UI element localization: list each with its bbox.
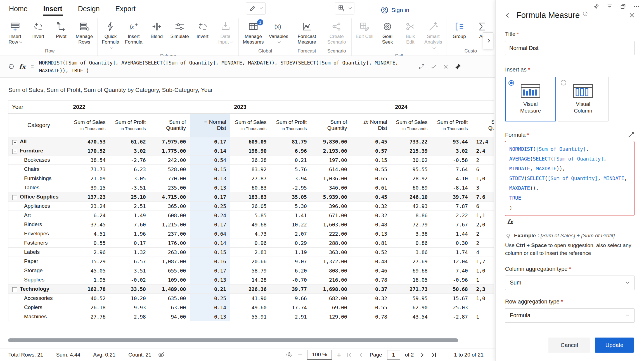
- cell[interactable]: 6.24: [69, 211, 110, 220]
- cell[interactable]: 0.78: [351, 275, 391, 285]
- visual-measure-option[interactable]: Visual Measure: [505, 77, 556, 121]
- variables-button[interactable]: (x) Variables: [267, 19, 290, 47]
- cell[interactable]: 0.14: [190, 238, 230, 248]
- forecast-measure-button[interactable]: Forecast Measure: [293, 19, 320, 47]
- cell[interactable]: 6.96: [271, 146, 311, 156]
- expand-formula-icon[interactable]: [628, 132, 634, 138]
- cell[interactable]: 0.17: [190, 266, 230, 275]
- cell[interactable]: 0.14: [190, 146, 230, 156]
- cell[interactable]: 60.83: [230, 183, 271, 192]
- cell[interactable]: 33.50: [110, 285, 150, 294]
- cell[interactable]: 237.00: [150, 229, 190, 238]
- measure-header[interactable]: Sum of Quantity: [472, 114, 494, 137]
- cell[interactable]: 45.05: [69, 266, 110, 275]
- cell[interactable]: 470.53: [69, 137, 110, 146]
- cell[interactable]: -3.51: [110, 183, 150, 192]
- collapse-icon[interactable]: −: [12, 140, 17, 145]
- cell[interactable]: 770.00: [150, 174, 190, 183]
- filter-icon[interactable]: [607, 3, 613, 9]
- cell[interactable]: 0.25: [190, 202, 230, 211]
- cell[interactable]: 43.54: [391, 312, 432, 321]
- cell[interactable]: -8.14: [432, 183, 472, 192]
- cell[interactable]: 25.10: [110, 192, 150, 202]
- cell[interactable]: 94.00: [150, 312, 190, 321]
- cell[interactable]: 733.22: [391, 137, 432, 146]
- cell[interactable]: 63.00: [150, 303, 190, 312]
- row-label[interactable]: −Furniture: [8, 146, 69, 156]
- cell[interactable]: 58.79: [230, 266, 271, 275]
- zoom-out-button[interactable]: −: [298, 351, 302, 358]
- cell[interactable]: 9.07: [271, 257, 311, 266]
- cell[interactable]: 183.83: [230, 192, 271, 202]
- zoom-level[interactable]: 100 %: [307, 350, 332, 360]
- cell[interactable]: 1: [472, 275, 494, 285]
- cancel-button[interactable]: Cancel: [548, 338, 590, 353]
- cell[interactable]: 23.24: [69, 202, 110, 211]
- more-options-icon[interactable]: [633, 3, 640, 9]
- cell[interactable]: 0.52: [351, 248, 391, 257]
- cell[interactable]: -2.87: [432, 312, 472, 321]
- cell[interactable]: 0.45: [351, 137, 391, 146]
- cell[interactable]: 363.00: [311, 248, 351, 257]
- cell[interactable]: 0.78: [351, 312, 391, 321]
- close-icon[interactable]: [628, 12, 636, 19]
- cell[interactable]: 365.00: [150, 202, 190, 211]
- cell[interactable]: 614.00: [311, 165, 351, 174]
- cell[interactable]: 50.68: [432, 285, 472, 294]
- cell[interactable]: 10.20: [110, 294, 150, 303]
- cell[interactable]: -0.96: [432, 275, 472, 285]
- row-label[interactable]: Binders: [8, 220, 69, 229]
- horizontal-scrollbar[interactable]: [8, 338, 483, 342]
- cell[interactable]: 27.69: [391, 257, 432, 266]
- edit-mode-button[interactable]: [246, 2, 266, 15]
- measure-header[interactable]: Sum of Salesin Thousands: [230, 114, 271, 137]
- cell[interactable]: 2.91: [271, 312, 311, 321]
- invert-row-button[interactable]: Invert: [27, 19, 50, 41]
- cell[interactable]: 288.00: [311, 238, 351, 248]
- cell[interactable]: 198.90: [230, 146, 271, 156]
- cell[interactable]: 95.55: [391, 165, 432, 174]
- ribbon-next-button[interactable]: [483, 32, 493, 49]
- cell[interactable]: [472, 303, 494, 312]
- cell[interactable]: 41.90: [230, 294, 271, 303]
- cell[interactable]: 5,939.00: [311, 192, 351, 202]
- row-label[interactable]: Tables: [8, 183, 69, 192]
- cell[interactable]: 170.52: [69, 146, 110, 156]
- cell[interactable]: 3.02: [432, 146, 472, 156]
- undo-icon[interactable]: [7, 63, 14, 70]
- cell[interactable]: 4.10: [432, 174, 472, 183]
- cell[interactable]: 4,715.00: [150, 192, 190, 202]
- cell[interactable]: 83.92: [230, 165, 271, 174]
- visual-column-option[interactable]: Visual Column: [558, 77, 609, 121]
- cell[interactable]: 1,775.00: [150, 146, 190, 156]
- cell[interactable]: 26.05: [230, 202, 271, 211]
- cell[interactable]: 5.76: [271, 165, 311, 174]
- cell[interactable]: 55.91: [230, 312, 271, 321]
- year-header[interactable]: 2023: [230, 101, 391, 114]
- cell[interactable]: 49.60: [230, 303, 271, 312]
- cell[interactable]: 12.04: [432, 257, 472, 266]
- cell[interactable]: 15.67: [432, 294, 472, 303]
- invert-column-button[interactable]: Invert: [191, 19, 214, 41]
- cell[interactable]: 2.07: [271, 229, 311, 238]
- cell[interactable]: 2.22: [432, 211, 472, 220]
- cell[interactable]: 396.00: [311, 202, 351, 211]
- cell[interactable]: 2: [472, 229, 494, 238]
- row-label[interactable]: −All: [8, 137, 69, 146]
- cell[interactable]: 137.23: [69, 192, 110, 202]
- measure-header[interactable]: Sum of Profitin Thousands: [432, 114, 472, 137]
- cell[interactable]: 1,489.00: [150, 285, 190, 294]
- cell[interactable]: 20.66: [230, 257, 271, 266]
- cell[interactable]: 9,830.00: [311, 137, 351, 146]
- prev-page-icon[interactable]: [358, 352, 364, 358]
- cell[interactable]: 0.64: [190, 229, 230, 238]
- simulate-button[interactable]: Simulate: [168, 19, 191, 41]
- row-agg-select[interactable]: Formula: [505, 308, 634, 323]
- cell[interactable]: 71.73: [69, 165, 110, 174]
- cell[interactable]: 1,7: [472, 257, 494, 266]
- back-icon[interactable]: [504, 12, 511, 19]
- cell[interactable]: 6.57: [110, 257, 150, 266]
- focus-mode-icon[interactable]: [620, 3, 626, 9]
- goal-seek-button[interactable]: Goal Seek: [376, 19, 399, 47]
- cell[interactable]: 346.00: [311, 183, 351, 192]
